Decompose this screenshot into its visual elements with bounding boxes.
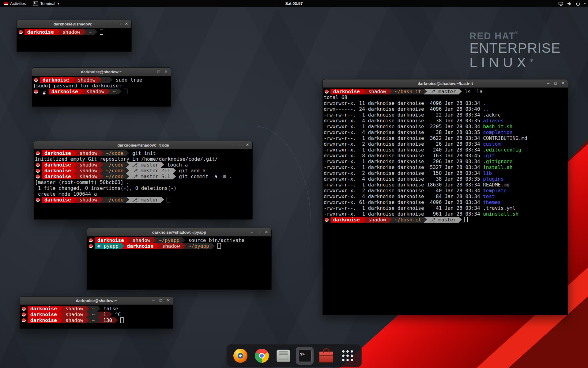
powerline-arrow (161, 197, 164, 203)
prompt-segment-path: ~ (89, 317, 98, 323)
prompt-segment-host: shadow (77, 150, 100, 156)
maximize-button[interactable]: □ (117, 20, 121, 28)
minimize-button[interactable]: – (546, 79, 550, 87)
powerline-arrow (459, 217, 462, 223)
terminal-cursor (124, 89, 127, 94)
terminal-content[interactable]: darknoiseshadow~ (17, 28, 131, 52)
terminal-line: darknoiseshadow~/code⎇ master touch a (35, 162, 252, 168)
maximize-button[interactable]: □ (156, 68, 161, 76)
prompt-segment-venv: pyapp (95, 243, 121, 249)
terminal-cursor (120, 317, 124, 323)
command-text: ls -la (462, 89, 482, 94)
dock-firefox[interactable] (232, 347, 249, 365)
maximize-button[interactable]: □ (159, 297, 163, 305)
powerline-arrow (97, 306, 100, 312)
window-buttons: –□✕ (546, 79, 565, 87)
powerline-arrow (97, 312, 100, 317)
prompt-segment-user: darknoise (28, 306, 60, 312)
window-titlebar[interactable]: darknoise@shadow:~/pyapp–□✕ (87, 228, 271, 236)
chrome-icon (255, 349, 269, 363)
powerline-arrow (389, 217, 392, 223)
powerline-arrow (94, 29, 97, 35)
app-menu-terminal[interactable]: Terminal ▼ (29, 0, 63, 7)
dock-terminal[interactable] (296, 347, 314, 365)
close-button[interactable]: ✕ (561, 79, 565, 87)
terminal-content[interactable]: darknoiseshadow~/code git initInitialize… (34, 149, 252, 219)
terminal-line: total 68 (324, 94, 568, 100)
prompt-segment-host: shadow (77, 162, 100, 168)
terminal-line: pyappdarknoiseshadow~/pyapp (88, 243, 271, 249)
terminal-content[interactable]: darknoiseshadow~/pyapp source bin/activa… (87, 236, 271, 289)
power-icon (575, 1, 580, 6)
prompt-segment-user: darknoise (42, 162, 74, 168)
terminal-content[interactable]: darknoiseshadow~ falsedarknoiseshadow~1 … (20, 305, 173, 328)
powerline-arrow (119, 89, 122, 94)
redhat-prompt-icon (22, 312, 26, 316)
clock[interactable]: Sat 03:57 (285, 1, 303, 6)
window-titlebar[interactable]: darknoise@shadow:~/code–□✕ (34, 141, 252, 149)
powerline-arrow (115, 317, 118, 323)
window-titlebar[interactable]: darknoise@shadow:~–□✕ (20, 297, 173, 305)
minimize-button[interactable]: – (231, 141, 235, 149)
prompt-segment-path: ~/code (103, 197, 126, 203)
terminal-line: -rwxrwxr-x. 1 darknoise darknoise 961 Ja… (324, 211, 568, 217)
close-button[interactable]: ✕ (164, 68, 168, 76)
output-text: -rw-rw-r--. 1 darknoise darknoise 18630 … (324, 182, 483, 188)
terminal-line: darknoiseshadow~/code git init (35, 150, 252, 156)
minimize-button[interactable]: – (151, 297, 156, 305)
window-titlebar[interactable]: darknoise@shadow:~–□✕ (32, 68, 171, 76)
file-name: README.md (483, 182, 510, 188)
prompt-segment-user: darknoise (28, 312, 60, 317)
file-name: aliases (483, 118, 503, 124)
close-button[interactable]: ✕ (264, 228, 269, 236)
powerline-arrow (86, 306, 89, 312)
prompt-segment-host: shadow (77, 174, 100, 179)
maximize-button[interactable]: □ (257, 228, 261, 236)
powerline-arrow (83, 29, 86, 35)
output-text: create mode 100644 a (35, 191, 97, 197)
prompt-segment-git: ⎇ master S:1 (129, 174, 173, 179)
powerline-arrow (100, 174, 103, 179)
output-text: -rw-rw-r--. 1 darknoise darknoise 3622 J… (324, 135, 483, 141)
window-title: darknoise@shadow:~/bash-it (418, 81, 473, 86)
output-text: drwxrwxr-x. 8 darknoise darknoise 163 Ja… (324, 153, 483, 159)
powerline-arrow (389, 89, 392, 94)
close-button[interactable]: ✕ (124, 20, 129, 28)
window-titlebar[interactable]: darknoise@shadow:~/bash-it–□✕ (323, 79, 568, 88)
window-buttons: –□✕ (110, 20, 129, 28)
terminal-content[interactable]: darknoiseshadow~/bash-it⎇ master ls -lat… (323, 88, 568, 315)
terminal-window-t1: darknoise@shadow:~–□✕darknoiseshadow~ (17, 20, 132, 52)
terminal-line: darknoiseshadow~ sudo true (33, 77, 171, 83)
system-status-area[interactable]: ▾ (558, 0, 586, 7)
redhat-prompt-icon (36, 169, 40, 173)
prompt-segment-host: shadow (130, 237, 153, 243)
file-name: .gitignore (483, 159, 512, 164)
terminal-window-t3: darknoise@shadow:~/code–□✕darknoiseshado… (34, 141, 253, 220)
prompt-segment-path: ~/pyapp (186, 243, 212, 249)
minimize-button[interactable]: – (110, 20, 114, 28)
close-button[interactable]: ✕ (245, 141, 250, 149)
powerline-arrow (86, 317, 89, 323)
terminal-window-t6: darknoise@shadow:~/bash-it–□✕darknoisesh… (322, 79, 568, 315)
minimize-button[interactable]: – (149, 68, 153, 76)
dock-files[interactable] (274, 347, 292, 365)
redhat-prompt-icon (36, 151, 40, 155)
dock-show-applications[interactable] (339, 347, 356, 365)
prompt-segment-path: ~/pyapp (156, 237, 182, 243)
dock-toolbox[interactable] (317, 347, 335, 365)
minimize-button[interactable]: – (250, 228, 254, 236)
maximize-button[interactable]: □ (238, 141, 242, 149)
prompt-segment-user: darknoise (95, 237, 127, 243)
close-button[interactable]: ✕ (166, 297, 170, 305)
window-title: darknoise@shadow:~/pyapp (152, 230, 206, 235)
dock-chrome[interactable] (253, 347, 271, 365)
redhat-icon (4, 2, 8, 5)
maximize-button[interactable]: □ (553, 79, 558, 87)
terminal-window-t4: darknoise@shadow:~/pyapp–□✕darknoiseshad… (87, 228, 272, 290)
chevron-down-icon: ▾ (584, 2, 586, 5)
powerline-arrow (57, 29, 60, 35)
activities-button[interactable]: Activities (0, 0, 29, 7)
prompt-segment-user: darknoise (42, 150, 74, 156)
terminal-content[interactable]: darknoiseshadow~ sudo true[sudo] passwor… (32, 76, 171, 106)
window-titlebar[interactable]: darknoise@shadow:~–□✕ (17, 20, 131, 28)
